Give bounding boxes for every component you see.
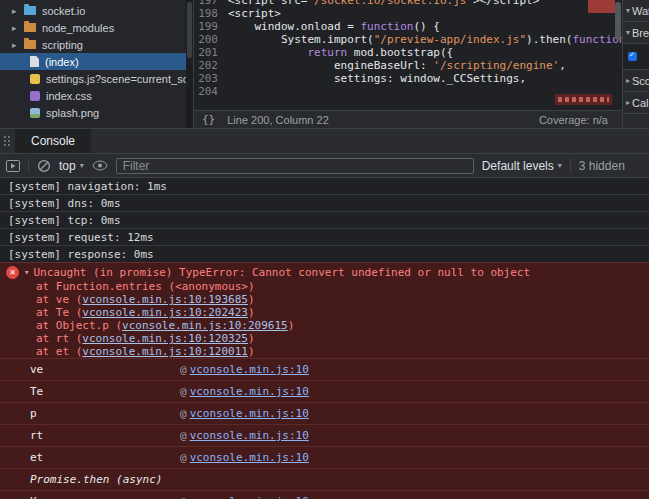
code-token: engineBaseUrl: <box>228 59 433 72</box>
default-levels-dropdown[interactable]: Default levels ▾ <box>482 159 562 173</box>
anonymous-location: <anonymous> <box>175 280 248 293</box>
stack-frame-prefix: at et ( <box>36 345 82 358</box>
stack-function: rt <box>30 429 180 442</box>
source-link[interactable]: vconsole.min.js:10:209615 <box>122 319 288 332</box>
stack-table-row: ve@vconsole.min.js:10 <box>0 358 649 380</box>
source-link[interactable]: vconsole.min.js:10 <box>190 407 309 420</box>
console-message: [system] navigation: 1ms <box>0 178 649 195</box>
tree-item[interactable]: ▸socket.io <box>0 2 186 19</box>
stack-frame: at et (vconsole.min.js:10:120011) <box>0 345 649 358</box>
pretty-print-button[interactable]: {} <box>202 113 215 126</box>
code-editor: 197<script src="/socket.io/socket.io.js"… <box>193 0 622 128</box>
devtools-window: ▸socket.io▸node_modules▸scripting(index)… <box>0 0 649 499</box>
sidebar-section-breakpoints[interactable]: ▾Breakpoints <box>623 22 649 44</box>
console-toolbar: top ▾ Default levels ▾ 3 hidden <box>0 154 649 178</box>
stack-frame-suffix: ) <box>248 345 255 358</box>
inline-error-marker <box>555 94 612 105</box>
stack-frame: at Te (vconsole.min.js:10:202423) <box>0 306 649 319</box>
eye-icon[interactable] <box>92 160 108 171</box>
toolbar-divider <box>28 159 29 173</box>
file-tree-scrollbar[interactable] <box>186 0 193 128</box>
stack-function: Y <box>30 495 180 499</box>
code-token: mod.bootstrap({ <box>347 46 453 59</box>
sidebar-section-watch[interactable]: ▾Watch <box>623 0 649 22</box>
filter-input[interactable] <box>116 158 474 174</box>
console-message: [system] request: 12ms <box>0 229 649 246</box>
tree-item[interactable]: ▸scripting <box>0 36 186 53</box>
at-symbol: @ <box>180 385 187 398</box>
sidebar-section-scope[interactable]: ▸Scope <box>623 70 649 92</box>
source-link[interactable]: vconsole.min.js:10 <box>190 451 309 464</box>
code-text: <script> <box>228 7 281 20</box>
tree-item[interactable]: ▸node_modules <box>0 19 186 36</box>
sidebar-section-label: Call Stack <box>632 97 649 109</box>
stack-function: et <box>30 451 180 464</box>
code-token <box>228 46 307 59</box>
code-line: 199 window.onload = function() { <box>194 20 622 33</box>
sidebar-section-label: Breakpoints <box>632 27 649 39</box>
stack-table-row: et@vconsole.min.js:10 <box>0 446 649 468</box>
console-sidebar-toggle-icon[interactable] <box>6 160 20 172</box>
source-link[interactable]: vconsole.min.js:10:202423 <box>82 306 248 319</box>
at-symbol: @ <box>180 363 187 376</box>
tree-item-label: scripting <box>42 39 83 51</box>
console-panel: Console top ▾ Default levels ▾ 3 <box>0 128 649 499</box>
code-token: <script> <box>228 7 281 20</box>
stack-frame-prefix: at ve ( <box>36 293 82 306</box>
editor-scrollbar[interactable] <box>615 2 621 40</box>
line-number[interactable]: 197 <box>194 0 228 7</box>
chevron-right-icon[interactable]: ▸ <box>12 6 24 16</box>
code-line: 198<script> <box>194 7 622 20</box>
code-line: 197<script src="/socket.io/socket.io.js"… <box>194 0 622 7</box>
coverage-status[interactable]: Coverage: n/a <box>539 114 608 126</box>
code-token: window.onload = <box>228 20 360 33</box>
stack-frame-suffix: ) <box>248 306 255 319</box>
tree-item-label: socket.io <box>42 5 85 17</box>
breakpoint-checkbox[interactable] <box>628 52 637 61</box>
code-text: settings: window._CCSettings, <box>228 72 526 85</box>
line-number[interactable]: 203 <box>194 72 228 85</box>
scrollbar-thumb[interactable] <box>187 2 192 58</box>
file-page-icon <box>30 56 39 67</box>
file-js-icon <box>30 74 40 84</box>
line-number[interactable]: 201 <box>194 46 228 59</box>
source-link[interactable]: vconsole.min.js:10:193685 <box>82 293 248 306</box>
stack-frame-prefix: at rt ( <box>36 332 82 345</box>
drawer-handle-icon[interactable] <box>0 129 15 153</box>
source-link[interactable]: vconsole.min.js:10 <box>190 385 309 398</box>
tab-console[interactable]: Console <box>15 129 91 153</box>
chevron-right-icon[interactable]: ▸ <box>12 40 24 50</box>
source-link[interactable]: vconsole.min.js:10 <box>190 495 309 499</box>
line-number[interactable]: 200 <box>194 33 228 46</box>
context-selector[interactable]: top ▾ <box>59 159 84 173</box>
tree-item[interactable]: settings.js?scene=current_sc <box>0 70 186 87</box>
sources-panel: ▸socket.io▸node_modules▸scripting(index)… <box>0 0 649 128</box>
inline-error-marker[interactable] <box>588 0 615 13</box>
line-number[interactable]: 198 <box>194 7 228 20</box>
tree-item[interactable]: splash.png <box>0 104 186 121</box>
code-token: ).then( <box>526 33 572 46</box>
line-number[interactable]: 199 <box>194 20 228 33</box>
at-symbol: @ <box>180 495 187 499</box>
source-link[interactable]: vconsole.min.js:10 <box>190 363 309 376</box>
stack-table-row: Te@vconsole.min.js:10 <box>0 380 649 402</box>
expand-triangle-icon[interactable]: ▾ <box>24 266 29 279</box>
sidebar-section-call-stack[interactable]: ▸Call Stack <box>623 92 649 114</box>
chevron-right-icon: ▸ <box>626 76 630 85</box>
clear-console-icon[interactable] <box>37 159 51 173</box>
chevron-right-icon[interactable]: ▸ <box>12 23 24 33</box>
code-token: "/preview-app/index.js" <box>374 33 526 46</box>
stack-table-row: Promise.then (async) <box>0 468 649 490</box>
tree-item[interactable]: (index) <box>0 53 186 70</box>
hidden-messages-count[interactable]: 3 hidden <box>579 159 625 173</box>
code-text: window.onload = function() { <box>228 20 440 33</box>
console-error: ✕▾Uncaught (in promise) TypeError: Canno… <box>0 262 649 499</box>
source-link[interactable]: vconsole.min.js:10 <box>190 429 309 442</box>
line-number[interactable]: 202 <box>194 59 228 72</box>
line-number[interactable]: 204 <box>194 85 228 98</box>
chevron-down-icon: ▾ <box>558 161 562 170</box>
tree-item[interactable]: index.css <box>0 87 186 104</box>
source-link[interactable]: vconsole.min.js:10:120011 <box>82 345 248 358</box>
stack-function: Promise.then (async) <box>30 473 162 486</box>
source-link[interactable]: vconsole.min.js:10:120325 <box>82 332 248 345</box>
